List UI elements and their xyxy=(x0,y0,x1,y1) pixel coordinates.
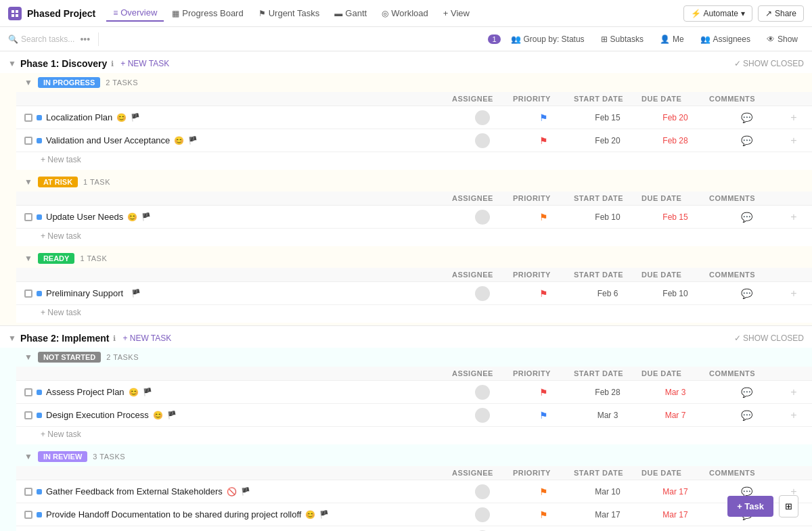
task-color-dot xyxy=(37,291,42,296)
table-row[interactable]: Design Execution Process 😊 🏴 ⚑ Mar 3 Mar… xyxy=(16,404,812,427)
phase-chevron-2[interactable]: ▼ xyxy=(8,333,16,343)
status-chevron[interactable]: ▼ xyxy=(24,452,32,461)
task-list: Preliminary Support 🏴 ⚑ Feb 6 Feb 10 💬 + xyxy=(16,282,812,323)
avatar xyxy=(475,210,490,225)
task-assignee-cell xyxy=(452,286,513,301)
me-button[interactable]: 👤 Me xyxy=(654,32,690,47)
status-header-1-1[interactable]: ▼ IN PROGRESS 2 TASKS xyxy=(16,73,812,92)
phase-new-task-1[interactable]: + NEW TASK xyxy=(120,59,169,68)
task-assignee-cell xyxy=(452,385,513,400)
nav-workload[interactable]: ◎Workload xyxy=(375,5,435,21)
add-icon[interactable]: + xyxy=(790,287,796,300)
task-name-cell: Preliminary Support 🏴 xyxy=(24,288,452,298)
toolbar-more[interactable]: ••• xyxy=(80,34,90,45)
status-badge: NOT STARTED xyxy=(38,352,101,363)
task-emoji: 😊 xyxy=(116,113,127,122)
subtasks-button[interactable]: ⊞ Subtasks xyxy=(595,32,650,47)
new-task-row[interactable]: + New task xyxy=(16,152,812,170)
status-task-count: 1 TASK xyxy=(83,178,110,186)
task-flag-icon[interactable]: 🏴 xyxy=(141,212,151,221)
task-emoji: 😊 xyxy=(129,388,139,397)
phase-info-icon-1[interactable]: ℹ xyxy=(111,60,114,68)
task-name: Preliminary Support xyxy=(46,288,123,298)
share-button[interactable]: ↗ Share xyxy=(758,5,804,22)
assignees-button[interactable]: 👥 Assignees xyxy=(694,32,757,47)
comment-icon[interactable]: 💬 xyxy=(741,288,752,299)
task-checkbox[interactable] xyxy=(24,388,32,396)
phase-new-task-2[interactable]: + NEW TASK xyxy=(122,333,171,343)
add-icon[interactable]: + xyxy=(790,386,796,398)
toolbar-right: 1 👥 Group by: Status ⊞ Subtasks 👤 Me 👥 A… xyxy=(488,32,804,47)
add-icon[interactable]: + xyxy=(790,112,796,124)
task-flag-icon[interactable]: 🏴 xyxy=(131,289,141,298)
priority-flag: ⚑ xyxy=(539,486,548,497)
status-header-1-2[interactable]: ▼ AT RISK 1 TASK xyxy=(16,172,812,191)
status-chevron[interactable]: ▼ xyxy=(24,177,32,187)
comment-icon[interactable]: 💬 xyxy=(741,112,752,123)
nav-overview[interactable]: ≡Overview xyxy=(106,5,164,22)
add-icon[interactable]: + xyxy=(790,409,796,421)
table-row[interactable]: Localization Plan 😊 🏴 ⚑ Feb 15 Feb 20 💬 … xyxy=(16,106,812,129)
table-row[interactable]: Gather Feedback from External Stakeholde… xyxy=(16,480,812,503)
nav-add-view[interactable]: + View xyxy=(436,5,476,21)
grid-button[interactable]: ⊞ xyxy=(779,495,798,517)
task-flag-icon[interactable]: 🏴 xyxy=(143,388,152,396)
phase-show-closed-2[interactable]: ✓ SHOW CLOSED xyxy=(734,333,804,343)
phase-chevron-1[interactable]: ▼ xyxy=(8,59,16,68)
nav-gantt[interactable]: ▬Gantt xyxy=(328,5,374,21)
status-header-2-2[interactable]: ▼ IN REVIEW 3 TASKS xyxy=(16,447,812,466)
show-button[interactable]: 👁 Show xyxy=(761,32,804,47)
task-flag-icon[interactable]: 🏴 xyxy=(131,113,140,122)
comment-icon[interactable]: 💬 xyxy=(741,135,752,146)
add-cell: + xyxy=(784,112,804,124)
task-checkbox[interactable] xyxy=(24,290,32,298)
task-flag-icon[interactable]: 🏴 xyxy=(167,411,177,419)
status-header-1-3[interactable]: ▼ READY 1 TASK xyxy=(16,249,812,268)
task-checkbox[interactable] xyxy=(24,488,32,496)
table-row[interactable]: Preliminary Support 🏴 ⚑ Feb 6 Feb 10 💬 + xyxy=(16,282,812,305)
new-task-row[interactable]: + New task xyxy=(16,305,812,323)
search-box[interactable]: 🔍 Search tasks... xyxy=(8,34,74,44)
task-checkbox[interactable] xyxy=(24,511,32,519)
task-assignee-cell xyxy=(452,210,513,225)
task-checkbox[interactable] xyxy=(24,137,32,145)
task-flag-icon[interactable]: 🏴 xyxy=(319,510,329,519)
table-row[interactable]: Assess Project Plan 😊 🏴 ⚑ Feb 28 Mar 3 💬… xyxy=(16,381,812,404)
task-flag-icon[interactable]: 🏴 xyxy=(188,136,198,145)
task-color-dot xyxy=(37,413,42,418)
add-icon[interactable]: + xyxy=(790,211,796,223)
table-row[interactable]: Gather Feedback from Internal Stakeholde… xyxy=(16,526,812,531)
task-name: Design Execution Process xyxy=(46,410,149,420)
phase-show-closed-1[interactable]: ✓ SHOW CLOSED xyxy=(734,59,804,68)
task-checkbox[interactable] xyxy=(24,411,32,419)
status-chevron[interactable]: ▼ xyxy=(24,254,32,263)
phase-info-icon-2[interactable]: ℹ xyxy=(113,334,116,343)
comment-icon[interactable]: 💬 xyxy=(741,410,752,421)
nav-progress[interactable]: ▦Progress Board xyxy=(165,5,250,21)
table-row[interactable]: Validation and User Acceptance 😊 🏴 ⚑ Feb… xyxy=(16,129,812,152)
task-name-cell: Gather Feedback from External Stakeholde… xyxy=(24,486,452,497)
add-icon[interactable]: + xyxy=(790,135,796,147)
add-task-button[interactable]: + Task xyxy=(727,496,773,517)
task-list: Update User Needs 😊 🏴 ⚑ Feb 10 Feb 15 💬 … xyxy=(16,206,812,246)
comment-icon[interactable]: 💬 xyxy=(741,387,752,398)
task-checkbox[interactable] xyxy=(24,114,32,122)
priority-cell: ⚑ xyxy=(513,288,574,299)
new-task-row[interactable]: + New task xyxy=(16,229,812,246)
new-task-row[interactable]: + New task xyxy=(16,427,812,444)
nav-urgent[interactable]: ⚑Urgent Tasks xyxy=(252,5,327,21)
automate-button[interactable]: ⚡ Automate ▾ xyxy=(683,5,752,22)
task-checkbox[interactable] xyxy=(24,213,32,221)
comment-cell: 💬 xyxy=(709,288,784,299)
priority-cell: ⚑ xyxy=(513,135,574,146)
task-emoji: 😊 xyxy=(127,212,137,222)
table-row[interactable]: Update User Needs 😊 🏴 ⚑ Feb 10 Feb 15 💬 … xyxy=(16,206,812,229)
status-chevron[interactable]: ▼ xyxy=(24,352,32,362)
comment-icon[interactable]: 💬 xyxy=(741,212,752,223)
status-header-2-1[interactable]: ▼ NOT STARTED 2 TASKS xyxy=(16,348,812,367)
task-flag-icon[interactable]: 🏴 xyxy=(241,487,250,496)
group-by-button[interactable]: 👥 Group by: Status xyxy=(505,32,591,47)
status-chevron[interactable]: ▼ xyxy=(24,78,32,87)
table-row[interactable]: Provide Handoff Documentation to be shar… xyxy=(16,503,812,526)
start-date-cell: Feb 28 xyxy=(574,388,641,397)
